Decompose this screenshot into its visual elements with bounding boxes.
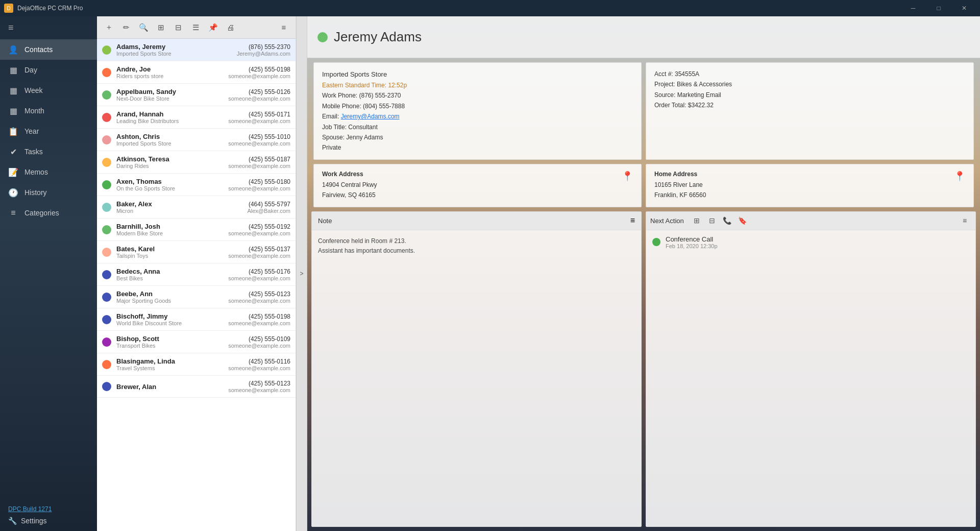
contact-company: Major Sporting Goods xyxy=(116,298,223,304)
settings-nav-item[interactable]: 🔧 Settings xyxy=(8,517,89,525)
sidebar-item-contacts[interactable]: 👤 Contacts xyxy=(0,39,97,60)
close-button[interactable]: ✕ xyxy=(952,0,976,16)
sidebar-item-categories[interactable]: ≡ Categories xyxy=(0,203,97,223)
sidebar-item-week[interactable]: ▦ Week xyxy=(0,80,97,101)
note-tab[interactable]: Note xyxy=(318,217,332,225)
contact-avatar xyxy=(102,270,111,279)
contact-list-item[interactable]: Brewer, Alan (425) 555-0123 someone@exam… xyxy=(97,376,296,398)
sidebar-item-history-label: History xyxy=(24,188,47,197)
contact-right: (425) 555-0109 someone@example.com xyxy=(228,335,290,349)
account-info-card: Acct #: 354555A Project: Bikes & Accesso… xyxy=(646,62,974,160)
next-action-status-dot xyxy=(652,238,660,246)
contact-avatar xyxy=(102,90,111,100)
hamburger-menu-icon[interactable]: ≡ xyxy=(0,16,97,39)
contact-company: Riders sports store xyxy=(116,73,223,79)
contact-right: (425) 555-1010 someone@example.com xyxy=(228,133,290,147)
add-action-button[interactable]: ⊞ xyxy=(690,214,703,227)
maximize-button[interactable]: □ xyxy=(927,0,950,16)
settings-icon: 🔧 xyxy=(8,517,17,525)
list-view-button[interactable]: ☰ xyxy=(188,20,203,35)
edit-contact-button[interactable]: ✏ xyxy=(118,20,134,35)
sidebar-item-day[interactable]: ▦ Day xyxy=(0,60,97,80)
contact-list-item[interactable]: Bischoff, Jimmy World Bike Discount Stor… xyxy=(97,308,296,331)
note-menu-icon[interactable]: ≡ xyxy=(630,216,635,225)
next-action-panel: Next Action ⊞ ⊟ 📞 🔖 ≡ Conference Call Fe… xyxy=(646,211,976,527)
call-button[interactable]: 📞 xyxy=(721,214,734,227)
contact-status-dot xyxy=(317,32,328,42)
home-address-map-pin[interactable]: 📍 xyxy=(954,171,965,182)
next-action-menu-icon[interactable]: ≡ xyxy=(958,214,971,227)
contact-email: someone@example.com xyxy=(228,230,290,236)
app-title: DejaOffice PC CRM Pro xyxy=(17,5,83,12)
contact-email: someone@example.com xyxy=(228,140,290,147)
contact-email: someone@example.com xyxy=(228,253,290,259)
work-address-map-pin[interactable]: 📍 xyxy=(622,171,633,182)
sidebar-item-month[interactable]: ▦ Month xyxy=(0,101,97,121)
contact-list-item[interactable]: Bates, Karel Tailspin Toys (425) 555-013… xyxy=(97,241,296,263)
mobile-phone-line: Mobile Phone: (804) 555-7888 xyxy=(322,101,633,111)
tasks-icon: ✔ xyxy=(8,147,18,157)
contact-list-item[interactable]: Arand, Hannah Leading Bike Distributors … xyxy=(97,106,296,129)
contact-list-item[interactable]: Beebe, Ann Major Sporting Goods (425) 55… xyxy=(97,286,296,308)
company-name: Imported Sports Store xyxy=(322,69,633,80)
more-options-button[interactable]: ≡ xyxy=(276,20,291,35)
contact-company: Imported Sports Store xyxy=(116,140,223,147)
minimize-button[interactable]: ─ xyxy=(901,0,925,16)
collapse-panel-button[interactable]: > xyxy=(296,16,307,531)
search-button[interactable]: 🔍 xyxy=(136,20,151,35)
contact-list-item[interactable]: Baker, Alex Micron (464) 555-5797 Alex@B… xyxy=(97,196,296,219)
contact-name: Bishop, Scott xyxy=(116,335,223,343)
day-icon: ▦ xyxy=(8,65,18,75)
contact-email: someone@example.com xyxy=(228,298,290,304)
timezone-line: Eastern Standard Time: 12:52p xyxy=(322,80,633,90)
contact-list-item[interactable]: Bedecs, Anna Best Bikes (425) 555-0176 s… xyxy=(97,263,296,286)
bookmark-button[interactable]: 🔖 xyxy=(736,214,749,227)
contact-company: Leading Bike Distributors xyxy=(116,118,223,124)
export-button[interactable]: ⊟ xyxy=(170,20,186,35)
contact-avatar xyxy=(102,113,111,122)
contact-phone: (425) 555-0171 xyxy=(228,111,290,118)
pin-button[interactable]: 📌 xyxy=(205,20,220,35)
contact-list-item[interactable]: Blasingame, Linda Travel Systems (425) 5… xyxy=(97,353,296,376)
contact-name: Adams, Jeremy xyxy=(116,43,232,51)
contact-email: someone@example.com xyxy=(228,320,290,326)
contact-list-item[interactable]: Bishop, Scott Transport Bikes (425) 555-… xyxy=(97,331,296,353)
contact-list-item[interactable]: Axen, Thomas On the Go Sports Store (425… xyxy=(97,174,296,196)
year-icon: 📋 xyxy=(8,126,18,136)
contact-list-item[interactable]: Andre, Joe Riders sports store (425) 555… xyxy=(97,61,296,84)
order-total-line: Order Total: $3422.32 xyxy=(654,100,965,110)
contact-list-scroll[interactable]: Adams, Jeremy Imported Sports Store (876… xyxy=(97,39,296,531)
home-address-line2: Franklin, KF 66560 xyxy=(654,190,706,200)
contact-list-item[interactable]: Atkinson, Teresa Daring Rides (425) 555-… xyxy=(97,151,296,174)
contact-list-item[interactable]: Ashton, Chris Imported Sports Store (425… xyxy=(97,129,296,151)
contact-list-item[interactable]: Appelbaum, Sandy Next-Door Bike Store (4… xyxy=(97,84,296,106)
sidebar-item-memos[interactable]: 📝 Memos xyxy=(0,162,97,182)
next-action-header: Next Action ⊞ ⊟ 📞 🔖 ≡ xyxy=(646,212,975,230)
contact-email: someone@example.com xyxy=(228,275,290,281)
contact-avatar xyxy=(102,360,111,369)
sidebar-item-categories-label: Categories xyxy=(24,209,59,217)
contact-list-item[interactable]: Barnhill, Josh Modern Bike Store (425) 5… xyxy=(97,219,296,241)
month-icon: ▦ xyxy=(8,106,18,116)
sidebar-item-history[interactable]: 🕐 History xyxy=(0,182,97,203)
build-link[interactable]: DPC Build 1271 xyxy=(8,505,89,513)
contact-right: (425) 555-0187 someone@example.com xyxy=(228,156,290,169)
action-list-button[interactable]: ⊟ xyxy=(705,214,719,227)
contact-email: Jeremy@Adams.com xyxy=(237,51,290,57)
contacts-icon: 👤 xyxy=(8,44,18,55)
add-contact-button[interactable]: ＋ xyxy=(101,20,116,35)
grid-view-button[interactable]: ⊞ xyxy=(153,20,168,35)
sidebar-item-tasks[interactable]: ✔ Tasks xyxy=(0,141,97,162)
sidebar-item-year[interactable]: 📋 Year xyxy=(0,121,97,141)
contact-phone: (425) 555-0116 xyxy=(228,358,290,365)
contact-list-item[interactable]: Adams, Jeremy Imported Sports Store (876… xyxy=(97,39,296,61)
email-link[interactable]: Jeremy@Adams.com xyxy=(341,113,400,120)
print-button[interactable]: 🖨 xyxy=(223,20,238,35)
contact-info: Atkinson, Teresa Daring Rides xyxy=(116,155,223,169)
contact-info: Bedecs, Anna Best Bikes xyxy=(116,268,223,281)
history-icon: 🕐 xyxy=(8,187,18,198)
contact-avatar xyxy=(102,225,111,234)
contact-avatar xyxy=(102,315,111,324)
next-action-item: Conference Call Feb 18, 2020 12:30p xyxy=(646,230,975,254)
contact-company: Best Bikes xyxy=(116,275,223,281)
